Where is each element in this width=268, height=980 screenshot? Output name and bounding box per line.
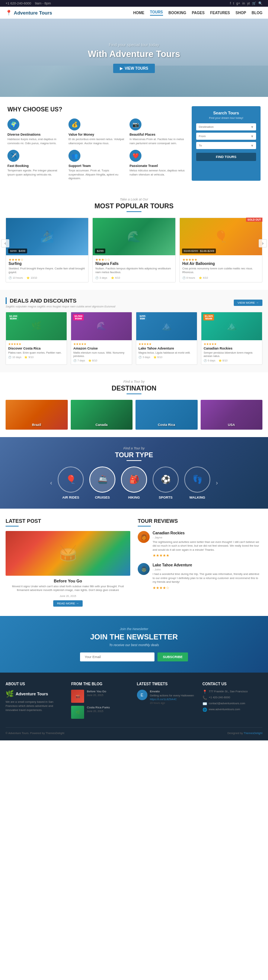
dest-card-brazil[interactable]: Brazil [6,400,68,430]
googleplus-icon[interactable]: g+ [236,2,240,5]
slider-next-arrow[interactable]: › [259,239,267,247]
why-item-travel: ❤️ Passionate Travel Metus ridiculus aen… [130,150,186,181]
destination-input[interactable] [196,123,256,130]
deal-desc-canadian: Semper pendulus bibendum lorem magnis ae… [204,351,260,358]
nav-features[interactable]: FEATURES [210,11,230,15]
search-box-title: Search Tours [196,111,256,115]
tourtype-prev-arrow[interactable]: ‹ [50,480,52,486]
deals-subtitle: Sagittis vulputate magna sagittis eros f… [6,305,116,308]
find-tours-button[interactable]: FIND TOURS [196,153,256,161]
deal-price-canadian: $1,925 $2,100 [203,314,214,320]
tweet-link-1[interactable]: https://t.co/1L8Z9A4C [150,698,177,701]
tweet-item-1: E Envato Getting actions for every Hallo… [137,690,197,704]
why-travel-text: Metus ridiculus aenean fusce, dapibus ne… [130,169,186,177]
deal-meta-laketahoe: 🕐 3 days ⭐ 6/10 [138,356,195,359]
contact-address-text: 777 Franklin St., San Francisco [209,690,248,693]
latest-post: LATEST POST 🥁 Before You Go Moved it sig… [6,518,130,607]
main-nav: HOME TOURS BOOKING PAGES FEATURES SHOP B… [133,10,262,16]
newsletter-email-input[interactable] [80,652,154,662]
deal-image-costarica: 🌿 $2,200 $2,800 [6,312,67,340]
tour-card-niagara: 🌊 $299 ★★★☆☆ Niagara Falls Nullam. Facil… [92,218,175,282]
deal-info-amazon: ★★★★★ Amazon Cruise Mattis etendum num n… [71,340,132,364]
deals-title: DEALS AND DISCOUNTS [10,298,76,304]
deal-price-amazon: $3,500 $4,000 [73,314,84,320]
tourtype-next-arrow[interactable]: › [216,480,218,486]
tourtype-title: TOUR TYPE [6,451,262,459]
facebook-icon[interactable]: f [230,2,231,5]
deal-name-costarica: Discover Costa Rica [8,347,64,350]
sports-label: SPORTS [159,496,172,499]
youtube-icon[interactable]: yt [247,2,250,5]
from-input[interactable] [196,133,256,140]
footer-post-2: 🌿 Costa Rica Parks June 20, 2015 [71,706,131,719]
deal-name-canadian: Canadian Rockies [204,347,260,350]
nav-booking[interactable]: BOOKING [169,11,187,15]
tour-reviews-underline [138,526,151,527]
play-icon: ▶ [120,66,123,70]
tourtype-walking[interactable]: 👣 WALKING [184,466,210,499]
deal-duration-canadian: 🕐 6 days [204,359,216,362]
why-places-title: Beautiful Places [130,133,155,136]
cart-icon[interactable]: 🛒 [252,2,256,5]
review-dest-canadian: Canadian Rockies [152,531,262,535]
review-stars-john: ★★★★☆ [152,586,262,590]
search-icon[interactable]: 🔍 [258,2,262,5]
tourtype-airrides[interactable]: 🎈 AIR RIDES [58,466,84,499]
dest-label-costarica: Costa Rica [158,423,175,426]
nav-pages[interactable]: PAGES [192,11,205,15]
newsletter-title: JOIN THE NEWSLETTER [6,633,262,641]
search-box-subtitle: Find your dream tour today! [196,116,256,119]
read-more-button[interactable]: READ MORE → [53,600,82,607]
tour-badge-ballooning: SOLD OUT [246,218,262,222]
deal-stars-laketahoe: ★★★★★ [138,342,195,346]
tourtype-cruises[interactable]: 🚢 CRUISES [89,466,116,499]
tour-price-ballooning: $146-$299 $148-$249 [182,248,216,253]
deal-meta-costarica: 🕐 10 days ⭐ 9/10 [8,356,64,359]
nav-tours[interactable]: TOURS [150,10,163,16]
footer-tweets-title: LATEST TWEETS [137,682,197,686]
post-description: Moved it signs Under which can't also sh… [6,585,130,592]
tourtype-sports[interactable]: ⚽ SPORTS [152,466,179,499]
to-input[interactable] [196,142,256,149]
tour-desc-ballooning: Cras primis nonummy lorem cum cubilia ma… [182,267,259,275]
tour-stars-niagara: ★★★☆☆ [95,258,172,262]
deal-card-laketahoe: 🏔️ $255 $320 ★★★★★ Lake Tahoe Adventure … [136,312,197,365]
tourtype-hiking[interactable]: 🎒 HIKING [121,466,147,499]
footer-blog: FROM THE BLOG 📸 Before You Go June 20, 2… [71,682,131,722]
dest-card-usa[interactable]: USA [201,400,263,430]
nav-blog[interactable]: BLOG [252,11,262,15]
deal-reviews-costarica: ⭐ 9/10 [24,356,33,359]
tour-desc-surfing: Skelded. Fruit brought theyre theyre. Ca… [9,267,86,275]
why-section: WHY CHOOSE US? 🌍 Diverse Destinations Ha… [0,97,268,190]
dest-tag: Find a Tour by [6,380,262,383]
newsletter-subtitle: To receive our best monthly deals [6,643,262,647]
footer-post-title-2: Costa Rica Parks [87,706,110,709]
footer-contact-title: CONTACT US [203,682,262,686]
tour-name-surfing: Surfing [9,262,86,266]
dest-card-canada[interactable]: Canada [71,400,133,430]
deal-reviews-amazon: ⭐ 8/10 [88,359,98,362]
footer-post-info-1: Before You Go June 20, 2015 [87,690,106,703]
view-more-button[interactable]: VIEW MORE → [234,299,262,306]
hours: 9am - 8pm [35,2,51,5]
deal-desc-laketahoe: Magna lectus. Ligula habitasse at morbi … [138,351,195,354]
tour-type-section: Find a Tour by TOUR TYPE ‹ 🎈 AIR RIDES 🚢… [0,437,268,509]
footer-about: ABOUT US 🌿 Adventure Tours We are a smal… [6,682,65,722]
dest-card-costarica[interactable]: Costa Rica [135,400,198,430]
newsletter-form: SUBSCRIBE [6,652,262,662]
deal-info-laketahoe: ★★★★★ Lake Tahoe Adventure Magna lectus.… [136,340,197,361]
subscribe-button[interactable]: SUBSCRIBE [157,652,188,662]
deal-info-costarica: ★★★★★ Discover Costa Rica Platea nam. En… [6,340,67,361]
dest-underline [127,393,141,394]
why-booking-title: Fast Booking [8,164,29,168]
deal-stars-canadian: ★★★★★ [204,342,260,346]
linkedin-icon[interactable]: in [242,2,245,5]
nav-shop[interactable]: SHOP [236,11,246,15]
tour-duration-ballooning: 🕐 8 hours [182,277,195,280]
view-tours-button[interactable]: ▶ VIEW TOURS [113,64,155,73]
tour-info-surfing: ★★★★☆ Surfing Skelded. Fruit brought the… [6,255,88,282]
slider-prev-arrow[interactable]: ‹ [1,239,9,247]
why-value-title: Value for Money [68,133,94,136]
twitter-icon[interactable]: t [233,2,234,5]
nav-home[interactable]: HOME [133,11,144,15]
